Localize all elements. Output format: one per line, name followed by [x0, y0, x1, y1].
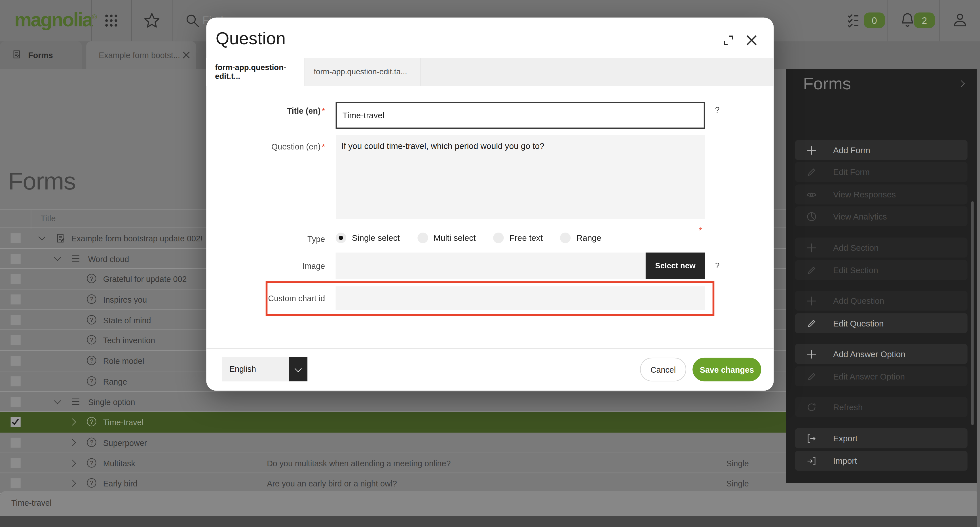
chevron-right-icon[interactable]: [71, 460, 76, 465]
action-add-question: Add Question: [795, 291, 967, 311]
dialog-tab-active[interactable]: form-app.question-edit.t...: [206, 58, 304, 86]
pencil-icon: [806, 318, 817, 328]
row-checkbox[interactable]: [11, 356, 21, 366]
type-radio-group: Single select Multi select Free text Ran…: [336, 232, 619, 243]
question-dialog: Question form-app.question-edit.t... for…: [206, 18, 773, 391]
plus-icon: [806, 295, 817, 306]
form-icon: [56, 233, 65, 243]
action-add-answer-option[interactable]: Add Answer Option: [795, 344, 967, 364]
refresh-icon: [806, 402, 817, 412]
help-icon[interactable]: ?: [715, 105, 724, 114]
save-changes-button[interactable]: Save changes: [692, 358, 761, 382]
question-icon: [87, 274, 96, 283]
row-checkbox[interactable]: [11, 274, 21, 284]
app-launcher-icon[interactable]: [102, 11, 121, 30]
title-field-label: Title (en)*: [215, 107, 325, 116]
pencil-icon: [806, 264, 817, 275]
section-icon: [72, 258, 79, 259]
chevron-down-icon[interactable]: [55, 399, 60, 404]
help-icon[interactable]: ?: [715, 261, 724, 270]
magnolia-logo[interactable]: magnolia®: [14, 9, 96, 31]
action-import[interactable]: Import: [795, 451, 967, 471]
action-sidebar: Forms Add Form Edit Form View Responses …: [786, 68, 977, 483]
custom-chart-id-input[interactable]: [336, 286, 705, 310]
question-icon: [87, 295, 96, 304]
tasks-badge[interactable]: 0: [864, 13, 885, 28]
question-icon: [87, 335, 96, 345]
close-tab-icon[interactable]: [182, 51, 191, 60]
plus-icon: [806, 349, 817, 359]
plus-icon: [806, 145, 817, 155]
chevron-down-icon[interactable]: [55, 256, 60, 261]
chevron-right-icon[interactable]: [71, 419, 76, 425]
column-header-title[interactable]: Title: [41, 214, 56, 223]
row-checkbox[interactable]: [11, 479, 21, 489]
row-checkbox[interactable]: [11, 253, 21, 263]
chevron-right-icon[interactable]: [71, 481, 76, 486]
dialog-tab-inactive[interactable]: form-app.question-edit.ta...: [305, 58, 421, 86]
chevron-right-icon[interactable]: [71, 440, 76, 445]
action-add-form[interactable]: Add Form: [795, 140, 967, 160]
row-checkbox[interactable]: [11, 458, 21, 468]
sidebar-scrollbar[interactable]: [971, 201, 974, 425]
eye-icon: [806, 189, 817, 200]
row-checkbox[interactable]: [11, 335, 21, 345]
question-icon: [87, 417, 96, 427]
action-refresh: Refresh: [795, 397, 967, 417]
action-edit-question[interactable]: Edit Question: [795, 313, 967, 333]
row-checkbox[interactable]: [11, 315, 21, 325]
row-checkbox[interactable]: [11, 295, 21, 304]
action-export[interactable]: Export: [795, 428, 967, 449]
chevron-right-icon[interactable]: [959, 81, 964, 87]
action-edit-section: Edit Section: [795, 260, 967, 280]
action-edit-form: Edit Form: [795, 162, 967, 182]
import-icon: [806, 455, 817, 466]
question-icon: [87, 356, 96, 365]
select-new-button[interactable]: Select new: [646, 252, 705, 279]
search-icon[interactable]: [184, 13, 200, 29]
action-view-analytics: View Analytics: [795, 206, 967, 226]
question-icon: [87, 376, 96, 385]
row-checkbox-checked[interactable]: [11, 417, 21, 427]
question-icon: [87, 315, 96, 324]
radio-free-text[interactable]: [493, 232, 504, 243]
cancel-button[interactable]: Cancel: [640, 358, 686, 382]
language-select[interactable]: English: [222, 357, 307, 382]
type-field-label: Type: [215, 234, 325, 244]
row-checkbox[interactable]: [11, 233, 21, 243]
notifications-badge[interactable]: 2: [914, 13, 935, 28]
close-icon[interactable]: [745, 34, 758, 47]
tab-forms[interactable]: Forms: [0, 41, 82, 68]
section-icon: [72, 401, 79, 402]
chevron-down-icon[interactable]: [289, 357, 307, 382]
action-add-section: Add Section: [795, 238, 967, 258]
maximize-icon[interactable]: [722, 34, 735, 47]
row-checkbox[interactable]: [11, 438, 21, 447]
status-text: Time-travel: [11, 498, 52, 508]
radio-single-select[interactable]: [336, 232, 346, 243]
dialog-title: Question: [215, 29, 286, 49]
export-icon: [806, 433, 817, 443]
dialog-tab-strip: form-app.question-edit.t... form-app.que…: [206, 58, 773, 86]
radio-multi-select[interactable]: [417, 232, 428, 243]
pencil-icon: [806, 167, 817, 177]
pencil-icon: [806, 371, 817, 382]
chevron-down-icon[interactable]: [40, 236, 45, 241]
row-checkbox[interactable]: [11, 396, 21, 406]
action-view-responses: View Responses: [795, 185, 967, 204]
user-profile-icon[interactable]: [951, 11, 969, 29]
action-edit-answer-option: Edit Answer Option: [795, 366, 967, 387]
pie-chart-icon: [806, 211, 817, 221]
radio-range[interactable]: [560, 232, 571, 243]
title-input[interactable]: [336, 102, 705, 129]
tab-example-form[interactable]: Example form bootst...: [86, 41, 196, 68]
favorites-star-icon[interactable]: [143, 11, 161, 30]
sidebar-title: Forms: [803, 74, 851, 94]
custom-chart-id-label: Custom chart id: [215, 294, 325, 303]
question-icon: [87, 438, 96, 447]
question-field-label: Question (en)*: [215, 142, 325, 151]
tasks-icon[interactable]: [847, 13, 863, 29]
type-required-marker: *: [699, 226, 702, 235]
question-textarea[interactable]: If you could time-travel, which period w…: [336, 135, 705, 219]
row-checkbox[interactable]: [11, 376, 21, 386]
